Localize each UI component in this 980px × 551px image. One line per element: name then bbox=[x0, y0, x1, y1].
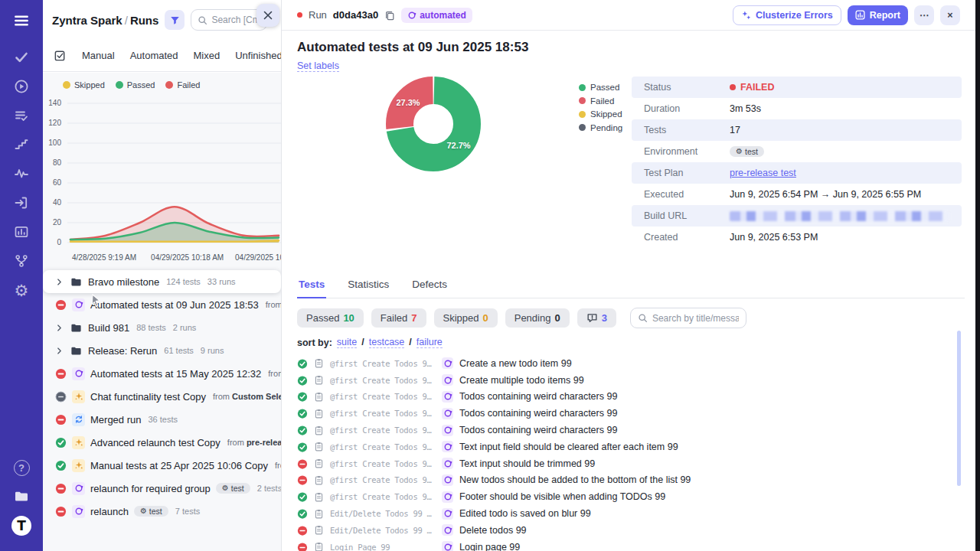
test-row[interactable]: @first Create Todos 99...New todos shoul… bbox=[297, 472, 965, 489]
panel-close-button[interactable] bbox=[256, 4, 279, 27]
status-stopped-icon bbox=[55, 391, 67, 403]
manual-run-icon bbox=[72, 390, 85, 403]
run-folder-row[interactable]: Release: Rerun61 tests9 runs bbox=[43, 339, 281, 362]
chevron-right-icon[interactable] bbox=[55, 324, 64, 332]
test-title: Footer should be visible when adding TOD… bbox=[459, 491, 665, 502]
test-row[interactable]: @first Create Todos 99...Footer should b… bbox=[297, 488, 965, 505]
test-row[interactable]: @first Create Todos 99...Todos containin… bbox=[297, 405, 965, 422]
test-suite-name: Edit/Delete Todos 99 @... bbox=[330, 509, 436, 518]
filter-label: Failed bbox=[381, 312, 407, 324]
tests-scrollbar[interactable] bbox=[957, 331, 961, 486]
clusterize-errors-button[interactable]: Clusterize Errors bbox=[733, 5, 841, 25]
detail-label: Tests bbox=[644, 125, 730, 135]
tab-tests[interactable]: Tests bbox=[297, 274, 326, 298]
runs-tab-mixed[interactable]: Mixed bbox=[194, 50, 220, 61]
filter-failed-button[interactable]: Failed7 bbox=[371, 308, 426, 328]
report-button[interactable]: Report bbox=[848, 5, 908, 25]
donut-legend-passed[interactable]: Passed bbox=[579, 83, 622, 92]
legend-item-skipped[interactable]: Skipped bbox=[63, 80, 105, 90]
tasks-check-icon[interactable] bbox=[8, 46, 35, 69]
run-topbar: Run d0da43a0 automated Clusterize Errors bbox=[282, 0, 980, 31]
donut-legend-pending[interactable]: Pending bbox=[579, 123, 622, 132]
filter-passed-button[interactable]: Passed10 bbox=[297, 308, 364, 328]
sort-by-label: sort by: bbox=[297, 337, 332, 348]
detail-row-test-plan: Test Planpre-release test bbox=[632, 162, 962, 184]
sort-by-testcase-link[interactable]: testcase bbox=[369, 337, 405, 348]
sidebar-nav: ⚙ bbox=[8, 9, 35, 308]
run-row[interactable]: relaunch⚙test7 tests bbox=[43, 500, 281, 523]
analytics-icon[interactable] bbox=[8, 220, 35, 243]
settings-gear-icon[interactable]: ⚙ bbox=[8, 279, 35, 302]
hamburger-menu-icon[interactable] bbox=[8, 9, 35, 32]
run-row[interactable]: Automated tests at 09 Jun 2025 18:53from… bbox=[43, 293, 281, 316]
chevron-right-icon[interactable] bbox=[55, 347, 64, 355]
clusterize-errors-label: Clusterize Errors bbox=[756, 10, 833, 21]
runs-tab-manual[interactable]: Manual bbox=[82, 50, 115, 61]
run-folder-row[interactable]: Build 98188 tests2 runs bbox=[43, 316, 281, 339]
clipboard-icon bbox=[314, 509, 324, 519]
legend-item-failed[interactable]: Failed bbox=[165, 80, 200, 90]
test-suite-name: @first Create Todos 99... bbox=[330, 425, 436, 435]
tests-search-input[interactable] bbox=[652, 313, 739, 324]
run-row[interactable]: Merged run36 tests bbox=[43, 408, 281, 431]
projects-folder-icon[interactable] bbox=[8, 485, 35, 508]
runs-search-input[interactable] bbox=[211, 15, 260, 25]
filter-pending-button[interactable]: Pending0 bbox=[505, 308, 570, 328]
branch-icon[interactable] bbox=[8, 249, 35, 272]
test-row[interactable]: @first Create Todos 99...Create multiple… bbox=[297, 372, 965, 389]
help-icon[interactable]: ? bbox=[8, 456, 35, 479]
test-row[interactable]: Login Page 99Login page 99 bbox=[297, 539, 965, 551]
filter-skipped-button[interactable]: Skipped0 bbox=[434, 308, 498, 328]
run-row[interactable]: Advanced relaunch test Copyfrom pre-rele… bbox=[43, 431, 281, 454]
test-row[interactable]: @first Create Todos 99...Todos containin… bbox=[297, 389, 965, 406]
filter-button[interactable] bbox=[165, 10, 185, 30]
logo-icon[interactable]: T bbox=[8, 514, 35, 537]
y-tick: 100 bbox=[48, 139, 61, 147]
donut-legend-skipped[interactable]: Skipped bbox=[579, 109, 622, 119]
import-icon[interactable] bbox=[8, 191, 35, 214]
copy-run-id-button[interactable] bbox=[384, 10, 395, 21]
tab-statistics[interactable]: Statistics bbox=[346, 274, 390, 298]
automated-test-icon bbox=[442, 408, 453, 419]
test-row[interactable]: Edit/Delete Todos 99 @...Delete todos 99 bbox=[297, 522, 965, 539]
runs-tab-unfinished[interactable]: Unfinished bbox=[235, 50, 282, 61]
run-row[interactable]: Automated tests at 15 May 2025 12:32from… bbox=[43, 362, 281, 385]
steps-icon[interactable] bbox=[8, 133, 35, 156]
test-row[interactable]: Edit/Delete Todos 99 @...Edited todo is … bbox=[297, 505, 965, 522]
test-plan-link[interactable]: pre-release test bbox=[730, 168, 796, 178]
more-actions-button[interactable]: ⋯ bbox=[914, 5, 934, 25]
test-row[interactable]: @first Create Todos 99...Create a new to… bbox=[297, 355, 965, 372]
run-name: Chat functinality test Copy bbox=[90, 391, 206, 403]
tab-defects[interactable]: Defects bbox=[410, 274, 449, 298]
pulse-icon[interactable] bbox=[8, 162, 35, 185]
test-row[interactable]: @first Create Todos 99...Todos containin… bbox=[297, 422, 965, 439]
legend-item-passed[interactable]: Passed bbox=[116, 80, 155, 90]
donut-legend-failed[interactable]: Failed bbox=[579, 96, 622, 106]
checklist-icon[interactable] bbox=[54, 49, 67, 62]
test-row[interactable]: @first Create Todos 99...Text input shou… bbox=[297, 455, 965, 472]
area-chart-svg bbox=[67, 97, 281, 247]
status-failed-icon bbox=[297, 458, 308, 469]
status-passed-icon bbox=[297, 491, 308, 502]
set-labels-link[interactable]: Set labels bbox=[297, 60, 339, 72]
runs-history-chart: 140120100806040200 4/28/2025 9:19 AM 04/… bbox=[43, 97, 281, 247]
status-failed-icon bbox=[297, 525, 308, 536]
automated-badge[interactable]: automated bbox=[401, 8, 472, 23]
chevron-right-icon[interactable] bbox=[55, 278, 64, 286]
comments-filter-button[interactable]: 3 bbox=[577, 308, 616, 328]
run-play-icon[interactable] bbox=[8, 75, 35, 98]
run-row[interactable]: relaunch for required group⚙test2 tests bbox=[43, 477, 281, 500]
run-row[interactable]: Manual tests at 25 Apr 2025 10:06 Copyfr… bbox=[43, 454, 281, 477]
list-check-icon[interactable] bbox=[8, 104, 35, 127]
run-name: Bravo milestone bbox=[88, 276, 159, 288]
sort-by-failure-link[interactable]: failure bbox=[416, 337, 443, 348]
legend-dot bbox=[579, 97, 586, 104]
close-run-button[interactable]: × bbox=[940, 5, 960, 25]
sort-by-suite-link[interactable]: suite bbox=[337, 337, 357, 348]
test-row[interactable]: @first Create Todos 99...Text input fiel… bbox=[297, 439, 965, 455]
run-folder-row[interactable]: Bravo milestone124 tests33 runs bbox=[43, 270, 281, 293]
runs-tab-automated[interactable]: Automated bbox=[130, 50, 178, 61]
run-row[interactable]: Chat functinality test Copyfrom Custom S… bbox=[43, 385, 281, 408]
breadcrumb-project[interactable]: Zyntra Spark bbox=[52, 14, 122, 27]
folder-icon bbox=[70, 344, 83, 357]
